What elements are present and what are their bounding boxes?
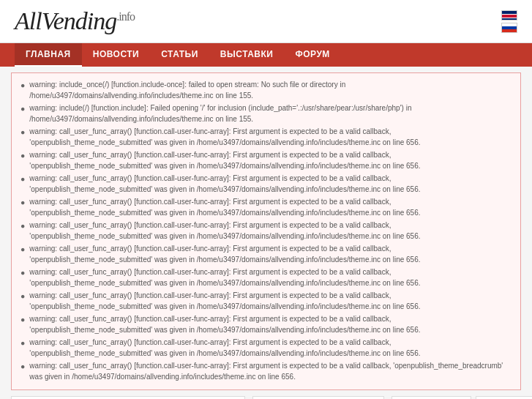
error-text-3: warning: call_user_func_array() [functio… [29,126,512,148]
error-line-4: ● warning: call_user_func_array() [funct… [20,149,512,171]
error-box: ● warning: include_once(/) [function.inc… [11,72,521,390]
nav-item-exhibitions[interactable]: ВЫСТАВКИ [209,43,285,67]
content-area: марта 7, 2011 04:32 PM В России приняли … [11,396,521,399]
error-line-3: ● warning: call_user_func_array() [funct… [20,126,512,148]
error-text-11: warning: call_user_func_array() [functio… [29,313,512,335]
lang-ru[interactable] [501,23,517,33]
bullet-8: ● [20,243,25,256]
error-line-5: ● warning: call_user_func_array() [funct… [20,173,512,195]
nav-item-news[interactable]: НОВОСТИ [82,43,151,67]
bullet-5: ● [20,173,25,185]
bullet-13: ● [20,360,25,373]
main-article: марта 7, 2011 04:32 PM В России приняли … [11,396,245,399]
error-line-10: ● warning: call_user_func_array() [funct… [20,290,512,312]
error-text-8: warning: call_user_func_array() [functio… [29,243,512,265]
lang-en[interactable] [501,10,517,20]
error-line-11: ● warning: call_user_func_array() [funct… [20,313,512,335]
error-text-4: warning: call_user_func_array() [functio… [29,149,512,171]
error-line-8: ● warning: call_user_func_array() [funct… [20,243,512,265]
error-line-1: ● warning: include_once(/) [function.inc… [20,79,512,101]
sidebar-row: Часто комментируемые Часто просматриваем… [391,396,532,399]
error-line-13: ● warning: call_user_func_array() [funct… [20,360,512,382]
error-text-5: warning: call_user_func_array() [functio… [29,173,512,195]
multimedia-column: Multimedia » ВИДЕО [252,396,384,399]
bullet-2: ● [20,102,25,115]
bullet-1: ● [20,79,25,92]
logo[interactable]: AllVending.info [15,7,135,35]
error-line-12: ● warning: call_user_func_array() [funct… [20,337,512,359]
language-switcher [501,10,517,33]
right-sidebar: Часто комментируемые Часто просматриваем… [391,396,532,399]
flag-ru-icon [501,23,517,33]
error-text-10: warning: call_user_func_array() [functio… [29,290,512,312]
error-line-2: ● warning: include(/) [function.include]… [20,102,512,124]
error-text-12: warning: call_user_func_array() [functio… [29,337,512,359]
main-content: ● warning: include_once(/) [function.inc… [0,67,532,399]
error-text-1: warning: include_once(/) [function.inclu… [29,79,512,101]
page-header: AllVending.info [0,0,532,43]
error-text-9: warning: call_user_func_array() [functio… [29,266,512,288]
main-navigation: ГЛАВНАЯ НОВОСТИ СТАТЬИ ВЫСТАВКИ ФОРУМ [0,43,532,67]
bullet-4: ● [20,149,25,162]
bullet-12: ● [20,337,25,349]
nav-item-home[interactable]: ГЛАВНАЯ [15,43,82,67]
bullet-9: ● [20,266,25,279]
error-line-6: ● warning: call_user_func_array() [funct… [20,196,512,218]
bullet-7: ● [20,220,25,232]
bullet-6: ● [20,196,25,209]
sidebar-viewed: Часто просматриваемые Автомат по обучени… [476,396,532,399]
nav-item-articles[interactable]: СТАТЬИ [150,43,209,67]
error-line-9: ● warning: call_user_func_array() [funct… [20,266,512,288]
error-text-13: warning: call_user_func_array() [functio… [29,360,512,382]
logo-text: AllVending.info [15,7,135,34]
error-text-6: warning: call_user_func_array() [functio… [29,196,512,218]
sidebar-commented: Часто комментируемые [391,396,471,399]
error-text-2: warning: include(/) [function.include]: … [29,102,512,124]
bullet-10: ● [20,290,25,302]
bullet-11: ● [20,313,25,326]
error-text-7: warning: call_user_func_array() [functio… [29,220,512,242]
error-line-7: ● warning: call_user_func_array() [funct… [20,220,512,242]
flag-uk-icon [501,10,517,20]
nav-item-forum[interactable]: ФОРУМ [284,43,340,67]
bullet-3: ● [20,126,25,138]
